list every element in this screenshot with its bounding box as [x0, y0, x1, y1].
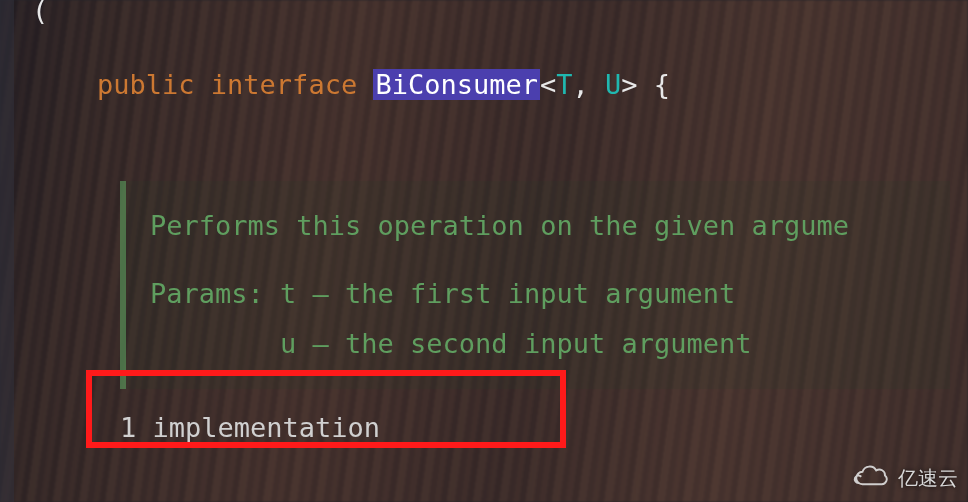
type-param-t[interactable]: T: [556, 69, 572, 100]
javadoc-params-label: Params:: [150, 278, 264, 309]
watermark-text: 亿速云: [898, 464, 958, 492]
inlay-implementations[interactable]: 1 implementation: [0, 409, 968, 447]
javadoc-param-t: t – the first input argument: [280, 278, 735, 309]
javadoc-summary: Performs this operation on the given arg…: [150, 201, 950, 251]
method-declaration-line[interactable]: void accept(T t, U u);: [0, 465, 968, 502]
angle-open: <: [540, 69, 556, 100]
javadoc-block: Performs this operation on the given arg…: [120, 181, 950, 389]
interface-declaration-line[interactable]: public interface BiConsumer<T, U> {: [0, 28, 968, 141]
keyword-interface: interface: [211, 69, 357, 100]
type-name-biconsumer[interactable]: BiConsumer: [373, 69, 540, 100]
keyword-public: public: [97, 69, 195, 100]
prev-line-fragment: (: [32, 0, 48, 30]
javadoc-param-u-line: u – the second input argument: [150, 319, 950, 369]
comma: ,: [573, 69, 606, 100]
cloud-icon: [850, 464, 890, 492]
editor-gutter: [0, 0, 14, 502]
javadoc-indent: [150, 328, 280, 359]
code-editor[interactable]: ( public interface BiConsumer<T, U> { Pe…: [0, 0, 968, 502]
javadoc-params-line: Params: t – the first input argument: [150, 269, 950, 319]
open-brace: {: [638, 69, 671, 100]
javadoc-param-u: u – the second input argument: [280, 328, 751, 359]
type-param-u[interactable]: U: [605, 69, 621, 100]
angle-close: >: [621, 69, 637, 100]
watermark: 亿速云: [850, 464, 958, 492]
